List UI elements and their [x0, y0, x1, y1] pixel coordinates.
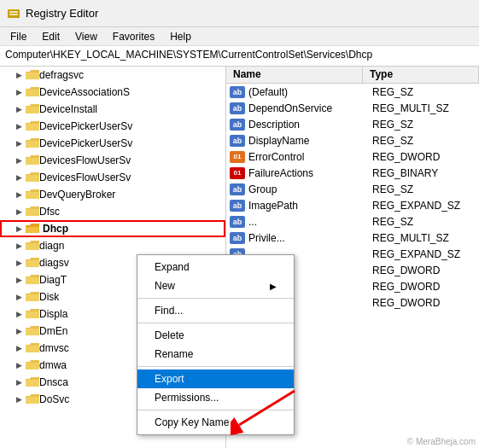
right-name: DependOnService [248, 102, 372, 114]
ctx-permissions[interactable]: Permissions... [137, 388, 294, 407]
folder-icon [26, 172, 39, 183]
menu-file[interactable]: File [3, 29, 33, 44]
ctx-rename-label: Rename [155, 348, 193, 360]
folder-icon [26, 360, 39, 371]
folder-icon [26, 343, 39, 354]
reg-ab-icon: ab [230, 86, 245, 98]
folder-icon [26, 241, 39, 252]
reg-ab-icon: ab [230, 216, 245, 228]
right-name: Group [248, 183, 372, 195]
tree-item[interactable]: ▶ DevicesFlowUserSv [0, 152, 225, 169]
tree-item[interactable]: ▶ Dfsc [0, 203, 225, 220]
menu-view[interactable]: View [68, 29, 104, 44]
folder-icon [26, 121, 39, 132]
folder-icon [26, 394, 39, 405]
col-header-type: Type [363, 67, 479, 83]
right-name: ImagePath [248, 200, 372, 212]
tree-item[interactable]: ▶ DevicePickerUserSv [0, 118, 225, 135]
tree-item[interactable]: ▶ DeviceInstall [0, 101, 225, 118]
tree-item[interactable]: ▶ defragsvc [0, 67, 225, 84]
right-name: DisplayName [248, 135, 372, 147]
menu-help[interactable]: Help [163, 29, 198, 44]
right-type: REG_DWORD [372, 151, 440, 163]
ctx-expand[interactable]: Expand [137, 258, 294, 276]
ctx-find[interactable]: Find... [137, 301, 294, 320]
reg-bin-icon: 01 [230, 167, 245, 179]
chevron-icon: ▶ [14, 292, 24, 302]
tree-label: DeviceInstall [39, 103, 97, 115]
right-item[interactable]: ab ImagePath REG_EXPAND_SZ [226, 197, 479, 213]
col-header-name: Name [226, 67, 363, 83]
chevron-icon: ▶ [14, 360, 24, 370]
reg-dword-icon: 01 [230, 151, 245, 163]
folder-icon [26, 104, 39, 115]
right-item[interactable]: ab Group REG_SZ [226, 181, 479, 197]
right-item[interactable]: ab DependOnService REG_MULTI_SZ [226, 100, 479, 116]
chevron-icon: ▶ [14, 189, 24, 200]
tree-label: Displa [39, 308, 67, 320]
chevron-icon: ▶ [14, 343, 24, 353]
folder-icon [26, 309, 39, 320]
tree-label: diagn [39, 240, 64, 252]
tree-label: dmvsc [39, 342, 69, 354]
title-bar-text: Registry Editor [26, 7, 98, 20]
address-bar: Computer\HKEY_LOCAL_MACHINE\SYSTEM\Curre… [0, 46, 479, 67]
tree-item-dhcp[interactable]: ▶ Dhcp [0, 220, 225, 237]
reg-ab-icon: ab [230, 119, 245, 131]
right-type: REG_DWORD [372, 265, 440, 276]
ctx-new[interactable]: New ▶ [137, 276, 294, 295]
ctx-expand-label: Expand [155, 261, 190, 273]
right-type: REG_SZ [372, 183, 413, 195]
right-item[interactable]: 01 ErrorControl REG_DWORD [226, 148, 479, 165]
right-type: REG_DWORD [372, 281, 440, 293]
reg-ab-icon: ab [230, 232, 245, 244]
tree-item[interactable]: ▶ DevicePickerUserSv [0, 135, 225, 152]
ctx-delete-label: Delete [155, 329, 184, 341]
right-type: REG_SZ [372, 216, 413, 228]
folder-icon [26, 138, 39, 149]
folder-open-icon [26, 224, 39, 235]
right-item[interactable]: ab DisplayName REG_SZ [226, 132, 479, 148]
ctx-copy-key-name[interactable]: Copy Key Name [137, 413, 294, 432]
ctx-delete[interactable]: Delete [137, 326, 294, 345]
tree-label: Disk [39, 291, 59, 303]
right-type: REG_EXPAND_SZ [372, 200, 460, 212]
right-item[interactable]: ab Privile... REG_MULTI_SZ [226, 230, 479, 246]
right-item[interactable]: 01 FailureActions REG_BINARY [226, 165, 479, 181]
tree-item[interactable]: ▶ DevicesFlowUserSv [0, 169, 225, 186]
right-name: (Default) [248, 86, 372, 98]
right-pane-header: Name Type [226, 67, 479, 84]
right-type: REG_SZ [372, 135, 413, 147]
menu-edit[interactable]: Edit [35, 29, 67, 44]
ctx-rename[interactable]: Rename [137, 345, 294, 364]
tree-item[interactable]: ▶ diagn [0, 237, 225, 254]
dhcp-label: Dhcp [43, 223, 68, 235]
right-item[interactable]: ab Description REG_SZ [226, 116, 479, 132]
tree-item[interactable]: ▶ DeviceAssociationS [0, 84, 225, 101]
ctx-separator [137, 323, 294, 323]
title-bar: Registry Editor [0, 0, 479, 27]
chevron-icon: ▶ [14, 394, 24, 404]
submenu-arrow-icon: ▶ [270, 282, 277, 291]
right-item[interactable]: ab ... REG_SZ [226, 213, 479, 230]
chevron-icon: ▶ [14, 121, 24, 131]
ctx-export[interactable]: Export [137, 369, 294, 388]
folder-icon [26, 207, 39, 218]
right-name: Description [248, 119, 372, 131]
chevron-icon: ▶ [14, 377, 24, 387]
ctx-export-label: Export [155, 373, 184, 385]
menu-favorites[interactable]: Favorites [106, 29, 161, 44]
menu-bar: File Edit View Favorites Help [0, 27, 479, 46]
right-type: REG_MULTI_SZ [372, 232, 449, 244]
folder-icon [26, 70, 39, 81]
chevron-icon: ▶ [14, 104, 24, 114]
tree-item[interactable]: ▶ DevQueryBroker [0, 186, 225, 203]
chevron-icon: ▶ [14, 326, 24, 336]
tree-label: DiagT [39, 274, 67, 286]
right-name: Privile... [248, 232, 372, 244]
right-item[interactable]: ab (Default) REG_SZ [226, 84, 479, 100]
svg-rect-1 [9, 11, 18, 13]
right-type: REG_EXPAND_SZ [372, 248, 460, 260]
tree-label: DoSvc [39, 393, 69, 405]
tree-label: diagsv [39, 257, 69, 269]
